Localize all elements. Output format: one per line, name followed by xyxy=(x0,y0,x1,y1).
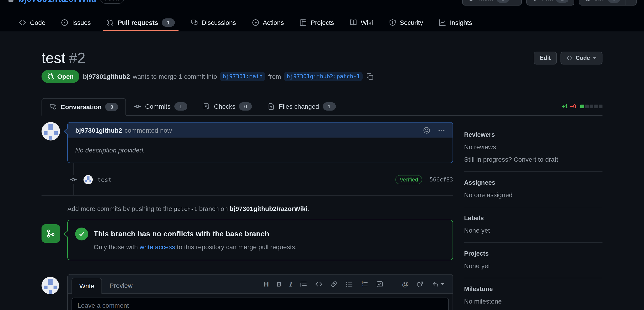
git-merge-icon xyxy=(42,224,60,243)
discussion-timeline: bj97301github2 commented now No descript… xyxy=(42,122,453,310)
check-icon xyxy=(75,228,88,240)
unordered-list-icon[interactable] xyxy=(346,281,353,288)
avatar[interactable] xyxy=(84,175,93,184)
tab-label: Conversation xyxy=(60,103,102,111)
kebab-menu-icon[interactable] xyxy=(438,127,445,134)
watch-button[interactable]: Watch 1 xyxy=(462,0,522,5)
files-changed-count: 1 xyxy=(323,102,336,111)
checklist-icon xyxy=(203,103,210,110)
tab-files-changed[interactable]: Files changed 1 xyxy=(260,98,344,115)
nav-tab-security[interactable]: Security xyxy=(385,14,427,31)
tab-label: Checks xyxy=(214,103,235,110)
merge-status-subtext: Only those with write access to this rep… xyxy=(94,243,445,251)
fork-label: Fork xyxy=(542,0,553,2)
sidebar-section-milestone: Milestone No milestone xyxy=(464,286,602,310)
nav-tab-label: Issues xyxy=(72,19,91,26)
repo-name[interactable]: bj97301/razorWiki xyxy=(18,0,96,3)
comment-body: No description provided. xyxy=(68,138,452,162)
nav-tab-pull-requests[interactable]: Pull requests 1 xyxy=(103,14,178,31)
table-icon xyxy=(300,19,307,26)
edit-button[interactable]: Edit xyxy=(534,52,556,64)
tab-write[interactable]: Write xyxy=(72,278,102,294)
pull-requests-count: 1 xyxy=(162,18,175,27)
deletions-count: −0 xyxy=(570,103,576,110)
commit-message[interactable]: test xyxy=(97,176,112,183)
comment-form: Write Preview H B I 12 xyxy=(42,274,453,310)
reply-icon[interactable] xyxy=(432,281,444,288)
pr-merge-summary: bj97301github2 wants to merge 1 commit i… xyxy=(83,72,374,81)
git-pull-request-icon xyxy=(47,73,54,80)
bold-icon[interactable]: B xyxy=(276,281,282,288)
heading-icon[interactable]: H xyxy=(264,281,269,288)
comment-author[interactable]: bj97301github2 xyxy=(75,127,122,134)
comment-header: bj97301github2 commented now xyxy=(68,123,452,138)
labels-empty-text: None yet xyxy=(464,227,602,234)
head-repo-name: bj97301github2/razorWiki xyxy=(230,205,308,212)
graph-icon xyxy=(439,19,446,26)
pr-header: test#2 Edit Code Open bj97301github2 xyxy=(42,49,602,83)
italic-icon[interactable]: I xyxy=(290,281,292,288)
code-icon[interactable] xyxy=(315,281,323,288)
comment-input[interactable] xyxy=(72,298,449,310)
tab-checks[interactable]: Checks 0 xyxy=(195,98,260,115)
pr-title: test#2 xyxy=(42,49,85,67)
avatar[interactable] xyxy=(42,122,60,141)
link-icon[interactable] xyxy=(330,281,338,288)
star-button[interactable]: Star 0 xyxy=(579,0,636,5)
commit-sha[interactable]: 566cf83 xyxy=(430,176,453,183)
milestone-heading: Milestone xyxy=(464,286,602,293)
head-branch-label: bj97301github2:patch-1 xyxy=(284,72,363,81)
milestone-empty-text: No milestone xyxy=(464,298,602,305)
merge-status-box: This branch has no conflicts with the ba… xyxy=(67,220,453,260)
reviewers-heading: Reviewers xyxy=(464,131,602,138)
cross-reference-icon[interactable] xyxy=(416,281,424,288)
eye-icon xyxy=(468,0,474,2)
copy-icon[interactable] xyxy=(366,73,374,80)
button-divider xyxy=(626,0,626,5)
chevron-down-icon xyxy=(593,57,596,59)
quote-icon[interactable] xyxy=(300,281,308,288)
pr-description-comment: bj97301github2 commented now No descript… xyxy=(42,122,453,163)
tab-conversation[interactable]: Conversation 0 xyxy=(42,98,126,116)
merge-text: wants to merge 1 commit into xyxy=(133,73,217,80)
merge-status-title: This branch has no conflicts with the ba… xyxy=(94,230,269,238)
write-access-link[interactable]: write access xyxy=(140,243,175,251)
tab-commits[interactable]: Commits 1 xyxy=(126,98,195,115)
chevron-down-icon xyxy=(440,283,444,285)
nav-tab-label: Projects xyxy=(311,19,334,26)
repo-nav: Code Issues Pull requests 1 Discussions … xyxy=(0,10,644,31)
nav-tab-discussions[interactable]: Discussions xyxy=(187,14,240,31)
git-commit-icon xyxy=(70,175,77,184)
mention-icon[interactable]: @ xyxy=(402,281,409,288)
convert-to-draft-link[interactable]: Still in progress? Convert to draft xyxy=(464,156,602,163)
ordered-list-icon[interactable]: 12 xyxy=(361,281,368,288)
star-label: Star xyxy=(594,0,604,2)
code-button[interactable]: Code xyxy=(560,52,603,64)
tab-preview[interactable]: Preview xyxy=(102,278,140,294)
pr-number: #2 xyxy=(69,50,85,66)
fork-icon xyxy=(532,0,538,2)
editor-body xyxy=(68,294,452,310)
nav-tab-projects[interactable]: Projects xyxy=(296,14,338,31)
smiley-icon[interactable] xyxy=(423,127,430,134)
book-icon xyxy=(350,19,357,26)
labels-heading: Labels xyxy=(464,215,602,222)
verified-badge[interactable]: Verified xyxy=(396,175,422,184)
issue-opened-icon xyxy=(61,19,68,26)
comment-discussion-icon xyxy=(190,19,198,26)
comment-timestamp: commented now xyxy=(124,127,172,134)
avatar[interactable] xyxy=(42,277,59,294)
sidebar-section-labels: Labels None yet xyxy=(464,215,602,243)
nav-tab-code[interactable]: Code xyxy=(15,14,49,31)
nav-tab-label: Code xyxy=(30,19,46,26)
git-pull-request-icon xyxy=(106,19,114,26)
merge-status-section: This branch has no conflicts with the ba… xyxy=(42,220,453,260)
tasklist-icon[interactable] xyxy=(376,281,384,288)
nav-tab-issues[interactable]: Issues xyxy=(58,14,94,31)
fork-button[interactable]: Fork 1 xyxy=(526,0,574,5)
nav-tab-actions[interactable]: Actions xyxy=(248,14,288,31)
nav-tab-wiki[interactable]: Wiki xyxy=(346,14,377,31)
nav-tab-insights[interactable]: Insights xyxy=(435,14,476,31)
pr-author[interactable]: bj97301github2 xyxy=(83,73,130,80)
projects-empty-text: None yet xyxy=(464,262,602,270)
